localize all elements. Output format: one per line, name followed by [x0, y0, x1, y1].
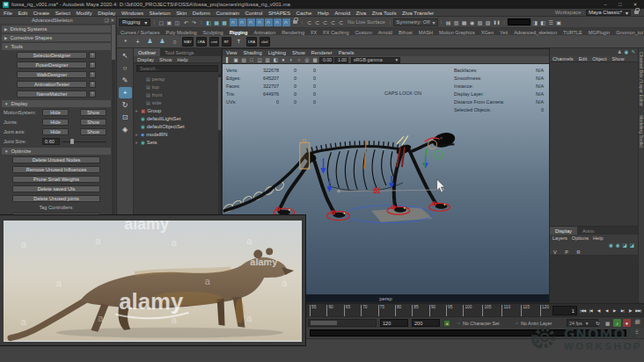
snap-icon[interactable]: ∩: [247, 18, 255, 26]
menu-item[interactable]: Skeleton: [150, 10, 171, 16]
menu-item[interactable]: Windows: [121, 10, 143, 16]
optimize-button[interactable]: Delete Unused Nodes: [12, 156, 100, 163]
viewport-toolbar-icon[interactable]: ○: [296, 56, 303, 63]
frame-tick[interactable]: 95: [446, 305, 452, 316]
character-set-dropdown[interactable]: ≈ No Character Set: [457, 319, 500, 327]
snap-icon[interactable]: ∩: [274, 18, 282, 26]
tool-icon[interactable]: ⊡: [119, 112, 132, 123]
viewport-toolbar-icon[interactable]: ◐: [288, 56, 295, 63]
channel-box-menu-item[interactable]: Channels: [553, 56, 574, 62]
close-button[interactable]: ✕: [629, 1, 641, 8]
menuset-dropdown[interactable]: Rigging ▾: [119, 18, 150, 26]
menu-item[interactable]: Arnold: [334, 10, 350, 16]
expander-icon[interactable]: +: [134, 108, 139, 113]
colorspace-dropdown[interactable]: sRGB gamma ▾: [351, 57, 400, 63]
outliner-search[interactable]: [136, 65, 218, 72]
lock-icon[interactable]: [293, 20, 297, 24]
search-input[interactable]: [137, 66, 217, 71]
outliner-item-row[interactable]: + ◆ modelRN: [134, 130, 221, 138]
help-button[interactable]: ?: [89, 81, 96, 88]
viewport-toolbar-icon[interactable]: ◧: [272, 56, 279, 63]
tool-button[interactable]: PoserDesigner: [17, 62, 87, 69]
tab-display-layers[interactable]: Display: [550, 227, 577, 235]
construction-icon[interactable]: ⊂: [305, 18, 313, 26]
help-button[interactable]: ?: [89, 62, 96, 69]
viewport-menu-item[interactable]: Lighting: [268, 50, 286, 55]
expander-icon[interactable]: +: [134, 140, 139, 145]
render-icon[interactable]: ◉: [468, 18, 476, 26]
shelf-tool-icon[interactable]: LRA: [196, 37, 207, 47]
shelf-tool-icon[interactable]: ♟: [157, 37, 167, 47]
viewport-toolbar-icon[interactable]: ▣: [232, 56, 239, 63]
optimize-button[interactable]: Delete saved UIs: [12, 185, 100, 192]
render-icon[interactable]: ▤: [444, 18, 452, 26]
shelf-tool-icon[interactable]: cmt: [209, 37, 219, 47]
playback-button[interactable]: ▶|: [618, 306, 626, 315]
frame-tick[interactable]: 55: [310, 305, 316, 316]
snap-icon[interactable]: ∩: [256, 18, 264, 26]
frame-tick[interactable]: 90: [429, 305, 435, 316]
range-slider-handle[interactable]: [311, 321, 337, 325]
playback-button[interactable]: ▶: [611, 306, 618, 315]
construction-icon[interactable]: ⊂: [337, 18, 345, 26]
slider-handle[interactable]: [70, 139, 74, 144]
frame-tick[interactable]: 75: [378, 305, 384, 316]
optimize-button[interactable]: Remove Unused Influences: [12, 166, 100, 173]
viewport-menu-item[interactable]: Renderer: [311, 50, 333, 55]
sidebar-toggle-icon[interactable]: ◧: [539, 18, 547, 26]
viewport-menu-item[interactable]: Panels: [339, 50, 355, 55]
playback-start-field[interactable]: 120: [380, 319, 408, 327]
layer-editor-menu-item[interactable]: Options: [572, 235, 589, 241]
render-icon[interactable]: ▦: [460, 18, 468, 26]
outliner-camera-row[interactable]: ▤ persp: [134, 75, 221, 83]
display-section-header[interactable]: ▼ Display: [2, 100, 111, 107]
symmetry-dropdown[interactable]: Symmetry: Off ▾: [393, 18, 437, 26]
outliner-camera-row[interactable]: ▤ side: [134, 98, 221, 106]
frame-tick[interactable]: 120: [540, 305, 549, 316]
shelf-tool-icon[interactable]: LRA: [246, 37, 257, 47]
frame-tick[interactable]: 80: [395, 305, 401, 316]
outliner-item-row[interactable]: ◉ defaultLightSet: [134, 114, 221, 122]
tool-icon[interactable]: ✎: [119, 75, 132, 86]
outliner-camera-row[interactable]: ▤ front: [134, 90, 221, 98]
tab-outliner[interactable]: Outliner: [134, 48, 160, 56]
shelf-tool-icon[interactable]: skel: [260, 37, 269, 47]
float-panel-icon[interactable]: ❏: [104, 18, 108, 23]
range-slider-track[interactable]: [308, 319, 377, 327]
show-button[interactable]: Show: [80, 128, 106, 135]
construction-icon[interactable]: ⊂: [313, 18, 321, 26]
channel-box-menu-item[interactable]: Edit: [579, 56, 588, 62]
menu-item[interactable]: Select: [55, 10, 70, 16]
tab-modeling-toolkit[interactable]: Modeling Toolkit: [639, 115, 644, 148]
playback-end-field[interactable]: 200: [412, 319, 440, 327]
section-header[interactable]: ▶ Driving Systems: [2, 25, 111, 33]
file-icon[interactable]: ◫: [173, 18, 181, 26]
tool-icon[interactable]: +: [119, 87, 132, 98]
tools-section-header[interactable]: ▼ Tools: [2, 43, 111, 50]
shelf-tool-icon[interactable]: *: [121, 37, 130, 47]
frame-tick[interactable]: 65: [344, 305, 350, 316]
hide-button[interactable]: Hide: [42, 109, 69, 116]
shelf-tool-icon[interactable]: +: [133, 37, 143, 47]
menu-item[interactable]: Ziva Transfer: [402, 10, 434, 16]
viewport-toolbar-icon[interactable]: ◫: [256, 56, 263, 63]
shelf-tool-icon[interactable]: ○: [170, 37, 179, 47]
workspace-dropdown[interactable]: Maya Classic* ▾: [586, 10, 631, 16]
outliner-item-row[interactable]: ◉ defaultObjectSet: [134, 122, 221, 130]
menu-item[interactable]: Help: [318, 10, 329, 16]
undo-redo-icon[interactable]: ↷: [190, 18, 198, 26]
menu-item[interactable]: Ziva Tools: [372, 10, 397, 16]
tool-icon[interactable]: ○: [119, 62, 132, 74]
playback-button[interactable]: |◀◀: [579, 306, 587, 315]
menu-item[interactable]: File: [4, 10, 12, 16]
tab-anim-layers[interactable]: Anim: [577, 227, 599, 235]
viewport-toolbar-icon[interactable]: □: [248, 56, 255, 63]
optimize-section-header[interactable]: ▼ Optimize: [2, 148, 111, 155]
file-icon[interactable]: ▣: [165, 18, 173, 26]
menu-item[interactable]: Display: [98, 10, 115, 16]
viewport-menu-item[interactable]: Shading: [243, 50, 261, 55]
viewport-toolbar-icon[interactable]: ▥: [264, 56, 271, 63]
optimize-button[interactable]: Prune Small Weights: [12, 176, 100, 183]
file-icon[interactable]: ▢: [157, 18, 165, 26]
shelf-tool-icon[interactable]: T: [234, 37, 244, 47]
